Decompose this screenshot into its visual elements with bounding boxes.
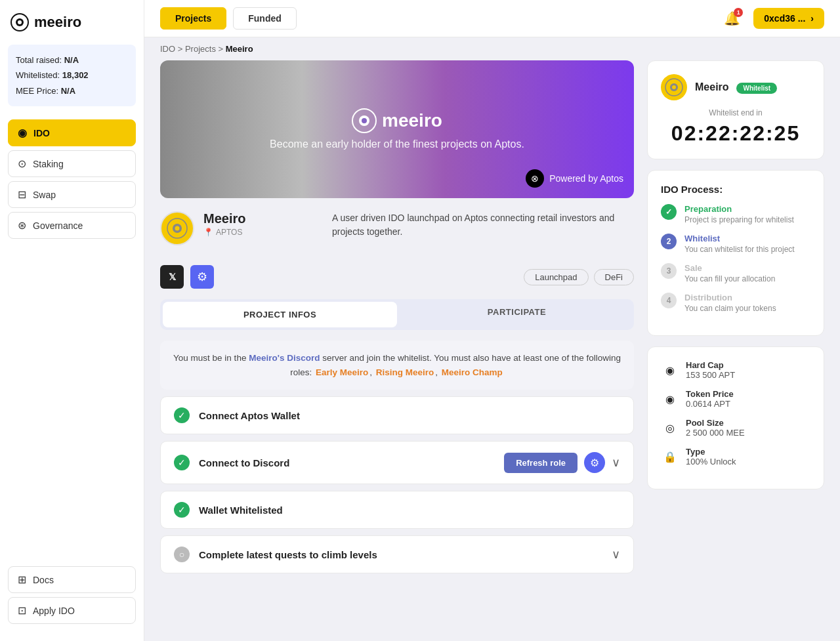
discord-link-text[interactable]: Meeiro's Discord: [249, 353, 320, 363]
process-step-desc-1: Project is preparing for whitelist: [684, 215, 794, 224]
section-tabs: PROJECT INFOS PARTICIPATE: [160, 299, 634, 330]
role-rising[interactable]: Rising Meeiro: [376, 367, 434, 377]
notification-badge: 1: [734, 8, 743, 17]
powered-by-text: Powered by Aptos: [549, 173, 623, 184]
info-box: You must be in the Meeiro's Discord serv…: [160, 341, 634, 390]
step-check-wallet: ✓: [174, 407, 190, 423]
swap-icon: ⊟: [18, 188, 26, 201]
tab-funded[interactable]: Funded: [233, 7, 297, 30]
svg-point-2: [18, 20, 22, 24]
token-price-info: Token Price 0.0614 APT: [686, 389, 734, 409]
process-step-name-1: Preparation: [684, 204, 794, 214]
process-step-distribution: 4 Distribution You can claim your tokens: [661, 293, 810, 313]
tab-participate[interactable]: PARTICIPATE: [400, 299, 634, 330]
banner-logo-text: meeiro: [382, 110, 442, 131]
pool-size-row: ◎ Pool Size 2 500 000 MEE: [661, 418, 810, 438]
logo: meeiro: [8, 13, 136, 31]
sidebar-label-governance: Governance: [33, 220, 83, 231]
sidebar-nav: ◉ IDO ⊙ Staking ⊟ Swap ⊛ Governance: [8, 119, 136, 243]
participate-section: You must be in the Meeiro's Discord serv…: [160, 341, 634, 573]
role-champ[interactable]: Meeiro Champ: [442, 367, 503, 377]
project-meta: Meeiro 📍 APTOS: [160, 211, 245, 245]
banner-powered: ⊗ Powered by Aptos: [526, 169, 623, 188]
ido-icon: ◉: [18, 127, 27, 139]
process-step-name-3: Sale: [684, 263, 775, 273]
discord-step-chevron[interactable]: ∨: [612, 455, 620, 470]
hard-cap-label: Hard Cap: [686, 360, 735, 370]
sidebar-label-ido: IDO: [33, 128, 50, 138]
process-step-preparation: ✓ Preparation Project is preparing for w…: [661, 204, 810, 224]
wallet-button[interactable]: 0xcd36 ... ›: [753, 8, 824, 29]
sidebar-item-swap[interactable]: ⊟ Swap: [8, 181, 136, 208]
right-panel: Meeiro Whitelist Whitelist end in 02:22:…: [647, 60, 824, 625]
inner-layout: meeiro Become an early holder of the fin…: [144, 60, 840, 641]
process-step-whitelist: 2 Whitelist You can whitelist for this p…: [661, 234, 810, 254]
step-check-whitelisted: ✓: [174, 502, 190, 518]
tag-defi: DeFi: [594, 269, 634, 285]
main-content: Projects Funded 🔔 1 0xcd36 ... › IDO > P…: [144, 0, 840, 641]
sidebar-label-docs: Docs: [33, 575, 54, 585]
countdown-timer: 02:22:22:25: [661, 121, 810, 146]
content-area: IDO > Projects > Meeiro: [144, 37, 840, 641]
project-avatar: [160, 211, 194, 245]
token-price-row: ◉ Token Price 0.0614 APT: [661, 389, 810, 409]
type-label: Type: [686, 447, 736, 457]
token-details-card: ◉ Hard Cap 153 500 APT ◉ Token Price 0.0…: [647, 346, 824, 489]
step-check-discord: ✓: [174, 455, 190, 470]
step-connect-discord: ✓ Connect to Discord Refresh role ⚙ ∨: [160, 441, 634, 484]
banner-center: meeiro Become an early holder of the fin…: [270, 108, 524, 150]
tab-projects[interactable]: Projects: [160, 7, 226, 30]
breadcrumb: IDO > Projects > Meeiro: [144, 37, 840, 60]
process-num-1: ✓: [661, 204, 677, 220]
sidebar-label-staking: Staking: [33, 159, 64, 169]
staking-icon: ⊙: [18, 157, 26, 170]
process-title: IDO Process:: [661, 184, 810, 195]
governance-icon: ⊛: [18, 219, 26, 232]
breadcrumb-current: Meeiro: [226, 44, 253, 54]
pool-size-info: Pool Size 2 500 000 MEE: [686, 418, 745, 438]
project-chain: 📍 APTOS: [203, 228, 245, 237]
sidebar-item-staking[interactable]: ⊙ Staking: [8, 150, 136, 177]
process-step-info-4: Distribution You can claim your tokens: [684, 293, 776, 313]
ido-project-name: Meeiro: [695, 81, 729, 93]
hard-cap-info: Hard Cap 153 500 APT: [686, 360, 735, 380]
sidebar-label-apply-ido: Apply IDO: [33, 606, 75, 616]
discord-icon-button[interactable]: ⚙: [584, 452, 605, 473]
project-info-header: Meeiro 📍 APTOS A user driven IDO launchp…: [160, 211, 634, 245]
process-num-2: 2: [661, 234, 677, 249]
sidebar: meeiro Total raised: N/A Whitelisted: 18…: [0, 0, 144, 641]
discord-link[interactable]: ⚙: [190, 265, 214, 289]
apply-ido-icon: ⊡: [18, 604, 26, 617]
banner-logo-icon: [352, 108, 377, 133]
role-early[interactable]: Early Meeiro: [316, 367, 368, 377]
wallet-chevron: ›: [810, 13, 814, 24]
tag-launchpad: Launchpad: [524, 269, 588, 285]
quests-step-chevron[interactable]: ∨: [612, 547, 620, 562]
pool-size-value: 2 500 000 MEE: [686, 428, 745, 438]
type-info: Type 100% Unlock: [686, 447, 736, 466]
sidebar-item-apply-ido[interactable]: ⊡ Apply IDO: [8, 597, 136, 624]
banner-logo: meeiro: [270, 108, 524, 133]
step-complete-quests: ○ Complete latest quests to climb levels…: [160, 535, 634, 573]
logo-icon: [10, 13, 29, 31]
notification-button[interactable]: 🔔 1: [720, 7, 744, 30]
svg-point-8: [175, 226, 180, 231]
step-label-whitelisted: Wallet Whitelisted: [199, 505, 620, 516]
discord-step-actions: Refresh role ⚙ ∨: [504, 452, 620, 473]
process-step-info-3: Sale You can fill your allocation: [684, 263, 775, 283]
step-label-wallet: Connect Aptos Wallet: [199, 410, 620, 421]
project-tags: Launchpad DeFi: [524, 269, 634, 285]
ido-card-header: Meeiro Whitelist: [661, 74, 810, 100]
sidebar-item-governance[interactable]: ⊛ Governance: [8, 212, 136, 239]
ido-process-card: IDO Process: ✓ Preparation Project is pr…: [647, 170, 824, 336]
sidebar-item-ido[interactable]: ◉ IDO: [8, 119, 136, 146]
project-main: meeiro Become an early holder of the fin…: [160, 60, 634, 625]
refresh-role-button[interactable]: Refresh role: [504, 453, 578, 473]
process-step-info-1: Preparation Project is preparing for whi…: [684, 204, 794, 224]
process-num-4: 4: [661, 293, 677, 308]
sidebar-item-docs[interactable]: ⊞ Docs: [8, 566, 136, 593]
tab-project-infos[interactable]: PROJECT INFOS: [163, 302, 397, 327]
twitter-link[interactable]: 𝕏: [160, 265, 184, 289]
topbar: Projects Funded 🔔 1 0xcd36 ... ›: [144, 0, 840, 37]
whitelist-badge: Whitelist: [736, 83, 777, 94]
